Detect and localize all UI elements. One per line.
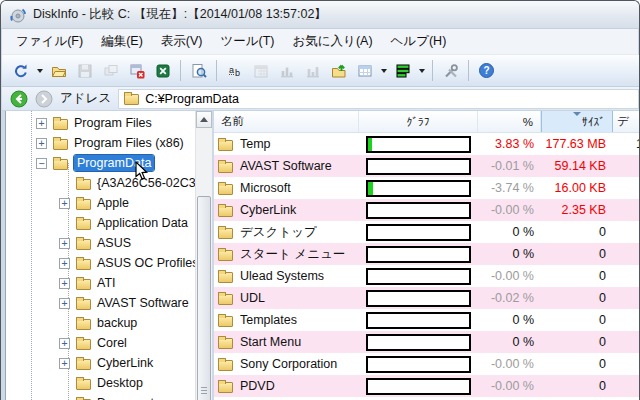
view-details-dropdown-arrow[interactable] bbox=[378, 59, 389, 83]
menu-item[interactable]: お気に入り(A) bbox=[284, 29, 382, 54]
table-row[interactable]: UDL -0.02 % 0 bbox=[214, 287, 639, 309]
address-input[interactable]: C:¥ProgramData bbox=[118, 89, 639, 109]
bar-chart-alt-button[interactable] bbox=[300, 59, 325, 83]
folder-icon bbox=[218, 316, 233, 327]
table-row[interactable]: デスクトップ 0 % 0 bbox=[214, 221, 639, 243]
svg-text:b: b bbox=[235, 68, 240, 78]
tree-item[interactable]: + AVAST Software bbox=[6, 293, 195, 313]
menu-item[interactable]: ファイル(F) bbox=[7, 29, 92, 54]
view-list-button[interactable] bbox=[390, 59, 415, 83]
cell-graph bbox=[359, 180, 478, 197]
table-row[interactable]: Start Menu 0 % 0 bbox=[214, 331, 639, 353]
calendar-button[interactable] bbox=[248, 59, 273, 83]
app-disk-sync-icon[interactable] bbox=[10, 7, 26, 23]
tree-expander-icon[interactable]: + bbox=[59, 358, 70, 369]
column-header-size[interactable]: ｻｲｽﾞ bbox=[541, 111, 613, 132]
graph-bar bbox=[366, 246, 471, 263]
tree-item[interactable]: + Apple bbox=[6, 193, 195, 213]
back-button[interactable] bbox=[10, 90, 28, 108]
address-bar: アドレス C:¥ProgramData bbox=[2, 87, 639, 111]
tree-item[interactable]: + ASUS bbox=[6, 233, 195, 253]
menu-item[interactable]: 編集(E) bbox=[92, 29, 152, 54]
table-row[interactable]: AVAST Software -0.01 % 59.14 KB bbox=[214, 155, 639, 177]
scrollbar-thumb[interactable] bbox=[197, 196, 211, 400]
forward-button[interactable] bbox=[35, 90, 53, 108]
tree-expander-icon[interactable]: + bbox=[36, 118, 47, 129]
folder-icon bbox=[76, 379, 91, 390]
folder-up-button[interactable] bbox=[326, 59, 351, 83]
menu-item[interactable]: 表示(V) bbox=[152, 29, 212, 54]
title-bar[interactable]: DiskInfo - 比較 C: 【現在】:【2014/01/08 13:57:… bbox=[1, 1, 639, 29]
tree-item[interactable]: backup bbox=[6, 313, 195, 333]
tree-item[interactable]: Application Data bbox=[6, 213, 195, 233]
menu-item[interactable]: ツール(T) bbox=[211, 29, 283, 54]
tree-item[interactable]: Desktop bbox=[6, 373, 195, 393]
column-header-graph[interactable]: ｸﾞﾗﾌ bbox=[359, 111, 478, 132]
folder-icon bbox=[76, 319, 91, 330]
delete-compare-button[interactable] bbox=[124, 59, 149, 83]
table-row[interactable]: Temp 3.83 % 177.63 MB 1 bbox=[214, 133, 639, 155]
tree-expander-icon[interactable]: + bbox=[59, 238, 70, 249]
table-row[interactable]: Microsoft -3.74 % 16.00 KB bbox=[214, 177, 639, 199]
folder-icon bbox=[218, 338, 233, 349]
save-button[interactable] bbox=[72, 59, 97, 83]
row-size: 59.14 KB bbox=[541, 159, 613, 173]
table-row[interactable]: Sony Corporation -0.00 % 0 bbox=[214, 353, 639, 375]
tree-item[interactable]: + Program Files bbox=[6, 113, 195, 133]
tree-scrollbar[interactable] bbox=[195, 111, 212, 400]
tree-item[interactable]: Documents bbox=[6, 393, 195, 400]
open-folder-button[interactable] bbox=[46, 59, 71, 83]
column-header-percent[interactable]: % bbox=[478, 111, 541, 132]
tree-item[interactable]: + Program Files (x86) bbox=[6, 133, 195, 153]
graph-bar-fill bbox=[368, 138, 372, 151]
tree-expander-icon[interactable]: + bbox=[59, 198, 70, 209]
table-row[interactable]: Templates 0 % 0 bbox=[214, 309, 639, 331]
tree-item[interactable]: + CyberLink bbox=[6, 353, 195, 373]
tree-item-label: ATI bbox=[97, 276, 116, 290]
app-window: DiskInfo - 比較 C: 【現在】:【2014/01/08 13:57:… bbox=[0, 0, 640, 400]
refresh-dropdown-arrow[interactable] bbox=[34, 59, 45, 83]
table-row[interactable]: Ulead Systems -0.00 % 0 bbox=[214, 265, 639, 287]
cell-graph bbox=[359, 246, 478, 263]
view-details-button[interactable] bbox=[352, 59, 377, 83]
column-header-dir[interactable]: デ bbox=[613, 111, 639, 132]
scrollbar-up-button[interactable] bbox=[196, 111, 212, 128]
menu-item[interactable]: ヘルプ(H) bbox=[382, 29, 456, 54]
refresh-button[interactable] bbox=[8, 59, 33, 83]
compare-windows-button[interactable] bbox=[98, 59, 123, 83]
row-percent: -0.02 % bbox=[478, 291, 541, 305]
table-row[interactable]: CyberLink -0.00 % 2.35 KB bbox=[214, 199, 639, 221]
excel-export-button[interactable] bbox=[150, 59, 175, 83]
row-percent: 3.83 % bbox=[478, 137, 541, 151]
bar-chart-button[interactable] bbox=[274, 59, 299, 83]
tools-button[interactable] bbox=[438, 59, 463, 83]
folder-icon bbox=[76, 339, 91, 350]
tree-item[interactable]: − ProgramData bbox=[6, 153, 195, 173]
row-size: 177.63 MB bbox=[541, 137, 613, 151]
folder-icon bbox=[124, 94, 139, 105]
tree-item[interactable]: + Corel bbox=[6, 333, 195, 353]
cell-name: Microsoft bbox=[214, 181, 359, 195]
tree-expander-icon[interactable]: + bbox=[59, 278, 70, 289]
tree-item[interactable]: + ATI bbox=[6, 273, 195, 293]
tree-expander-icon[interactable]: + bbox=[36, 138, 47, 149]
table-row[interactable]: スタート メニュー 0 % 0 bbox=[214, 243, 639, 265]
graph-bar bbox=[366, 356, 471, 373]
search-button[interactable] bbox=[186, 59, 211, 83]
table-row[interactable]: PDVD -0.00 % 0 bbox=[214, 375, 639, 397]
tree-expander-icon[interactable]: − bbox=[36, 158, 47, 169]
folder-icon bbox=[76, 199, 91, 210]
graph-bar bbox=[366, 180, 471, 197]
rename-ab-button[interactable]: a b bbox=[222, 59, 247, 83]
tree-item[interactable]: + ASUS OC Profiles bbox=[6, 253, 195, 273]
row-percent: -0.00 % bbox=[478, 203, 541, 217]
folder-icon bbox=[218, 228, 233, 239]
tree-expander-icon[interactable]: + bbox=[59, 298, 70, 309]
tree-item[interactable]: {A3A26C56-02C3- bbox=[6, 173, 195, 193]
help-button[interactable]: ? bbox=[474, 59, 499, 83]
tree-expander-icon[interactable]: + bbox=[59, 258, 70, 269]
graph-bar bbox=[366, 290, 471, 307]
column-header-name[interactable]: 名前 bbox=[214, 111, 359, 132]
tree-expander-icon[interactable]: + bbox=[59, 338, 70, 349]
view-list-dropdown-arrow[interactable] bbox=[416, 59, 427, 83]
